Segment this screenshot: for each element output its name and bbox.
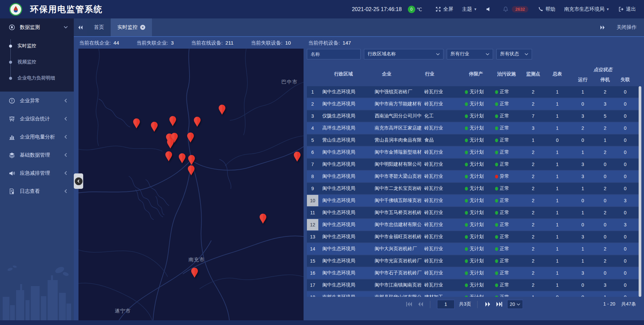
- table-row[interactable]: 11阆中生态环境局阆中市五马桥页岩机砖砖瓦行业无计划正常21120: [307, 207, 641, 218]
- status-select[interactable]: 所有状态: [496, 49, 532, 59]
- sidebar-item-3[interactable]: 企业用电量分析: [0, 128, 74, 146]
- cell-company: 阆中市江南镇阆南页岩: [369, 279, 422, 291]
- speaker-button[interactable]: [486, 6, 491, 12]
- map-pin[interactable]: [169, 116, 177, 126]
- cell-run: 3: [570, 267, 595, 279]
- table-row[interactable]: 13阆中生态环境局阆中市金福旺页岩机砖砖瓦行业无计划正常21300: [307, 231, 641, 242]
- logout-button[interactable]: 退出: [618, 6, 636, 12]
- table-row[interactable]: 17阆中生态环境局阆中市江南镇阆南页岩砖瓦行业无计划正常21030: [307, 279, 641, 291]
- table-row[interactable]: 2阆中生态环境局阆中市南方节能建材有砖瓦行业无计划正常21030: [307, 98, 641, 110]
- sidebar-item-4[interactable]: 基础数据管理: [0, 146, 74, 164]
- collapse-map-panel-button[interactable]: [74, 173, 83, 189]
- cell-meter: 1: [544, 147, 570, 158]
- map-pin[interactable]: [186, 132, 195, 143]
- table-row[interactable]: 7阆中生态环境局阆中明阳建材有限公司砖瓦行业无计划正常21300: [307, 159, 641, 170]
- table-scrollbar[interactable]: [639, 86, 641, 297]
- prev-page-button[interactable]: [417, 302, 424, 307]
- chevron-down-icon: [64, 25, 68, 29]
- app-logo-icon: [9, 3, 22, 16]
- sidebar-subitem[interactable]: 实时监控: [0, 38, 74, 54]
- industry-select[interactable]: 所有行业: [447, 49, 493, 59]
- chevron-left-icon: [75, 177, 83, 185]
- status-dot-green-icon: [495, 271, 498, 275]
- map-panel[interactable]: 巴中市南充市遂宁市: [78, 49, 304, 321]
- map-pin[interactable]: [191, 267, 199, 278]
- table-row[interactable]: 8阆中生态环境局阆中市枣碧大梁山页岩砖瓦行业无计划异常21300: [307, 171, 641, 182]
- col-limit: 停限产: [461, 62, 491, 86]
- cell-lost: 0: [615, 231, 636, 242]
- sidebar-item-0[interactable]: 数据监测: [0, 18, 74, 36]
- temperature-badge: 0: [408, 6, 415, 13]
- cell-meter: 1: [544, 195, 570, 206]
- map-pin[interactable]: [150, 121, 158, 132]
- sidebar-item-5[interactable]: 应急减排管理: [0, 164, 74, 182]
- map-pin[interactable]: [187, 165, 195, 176]
- map-pin[interactable]: [193, 116, 201, 127]
- status-dot-green-icon: [495, 223, 498, 227]
- table-row[interactable]: 5营山生态环境局营山县润丰肉食品有限食品无计划正常10010: [307, 134, 641, 146]
- cell-meter: 1: [544, 231, 570, 242]
- col-index: [307, 62, 318, 86]
- map-pin[interactable]: [293, 151, 301, 162]
- status-dot-green-icon: [495, 283, 498, 287]
- cell-company: 阆中市忠信建材有限公: [369, 219, 422, 230]
- close-operations-button[interactable]: 关闭操作: [616, 24, 637, 31]
- region-select[interactable]: 行政区域名称: [364, 49, 443, 59]
- table-row[interactable]: 12阆中生态环境局阆中市忠信建材有限公砖瓦行业无计划正常21003: [307, 219, 641, 230]
- map-pin[interactable]: [187, 155, 196, 165]
- table-row[interactable]: 6阆中生态环境局阆中市金博瑞新型墙材砖瓦行业无计划正常21120: [307, 147, 641, 158]
- megaphone-icon: [9, 170, 15, 176]
- table-row[interactable]: 10阆中生态环境局阆中千佛镇五郎垭页岩砖瓦行业无计划正常21003: [307, 195, 641, 206]
- map-pin[interactable]: [166, 138, 174, 149]
- cell-meter: 1: [544, 279, 570, 291]
- org-dropdown[interactable]: 南充市生态环境局 ▼: [564, 6, 609, 12]
- sidebar: 数据监测实时监控视频监控企业电力负荷明细企业异常企业综合统计企业用电量分析基础数…: [0, 18, 74, 320]
- close-tab-icon[interactable]: ×: [140, 25, 145, 30]
- first-page-button[interactable]: [406, 302, 413, 307]
- notifications-button[interactable]: 2632: [503, 6, 528, 12]
- last-page-button[interactable]: [496, 302, 502, 307]
- page-size-select[interactable]: 20: [507, 300, 523, 309]
- table-row[interactable]: 4高坪生态环境局南充市高坪区王家店建砖瓦行业无计划正常31220: [307, 122, 641, 134]
- sidebar-item-6[interactable]: 日志查看: [0, 182, 74, 200]
- status-dot-green-icon: [465, 271, 468, 275]
- monitor-panel: 行政区域名称 所有行业 所有状态: [307, 49, 641, 321]
- scroll-tabs-left-button[interactable]: [74, 18, 87, 36]
- cell-run: 0: [570, 291, 595, 297]
- cell-lost: 0: [615, 98, 636, 110]
- map-pin[interactable]: [259, 213, 267, 224]
- table-row[interactable]: 14阆中生态环境局阆中大兴页岩机砖厂砖瓦行业无计划正常21120: [307, 243, 641, 255]
- cell-industry: 砖瓦行业: [422, 231, 461, 242]
- table-row[interactable]: 18南部生态环境局南部县瑞华山河有限公建材加工无计划正常10010: [307, 291, 641, 297]
- sidebar-subitem[interactable]: 企业电力负荷明细: [0, 70, 74, 86]
- fullscreen-button[interactable]: 全屏: [435, 6, 453, 12]
- help-button[interactable]: 帮助: [538, 6, 555, 12]
- name-search-input[interactable]: [307, 49, 361, 59]
- cell-company: 南充市高坪区王家店建: [369, 122, 422, 134]
- tab-0[interactable]: 首页: [87, 18, 111, 36]
- table-row[interactable]: 16阆中生态环境局阆中市石子页岩机砖厂砖瓦行业无计划正常21300: [307, 267, 641, 279]
- map-pin[interactable]: [178, 153, 186, 164]
- page-title: 环保用电监管系统: [30, 4, 103, 15]
- tab-1[interactable]: 实时监控×: [111, 18, 152, 36]
- page-number-input[interactable]: [437, 300, 454, 309]
- double-chevron-right-icon[interactable]: [600, 25, 605, 30]
- sidebar-subitem[interactable]: 视频监控: [0, 54, 74, 70]
- map-pin[interactable]: [218, 104, 226, 115]
- cell-limit: 无计划: [461, 267, 491, 279]
- cell-meter: 1: [544, 98, 570, 110]
- cell-lost: 0: [615, 183, 636, 194]
- sidebar-item-1[interactable]: 企业异常: [0, 92, 74, 110]
- table-row[interactable]: 3仪陇生态环境局西南油气田分公司川中化工无计划正常71350: [307, 110, 641, 122]
- cell-industry: 砖瓦行业: [422, 267, 461, 279]
- cell-company: 南部县瑞华山河有限公: [369, 291, 422, 297]
- next-page-button[interactable]: [484, 302, 491, 307]
- table-row[interactable]: 9阆中生态环境局阆中市二龙长宝页岩砖砖瓦行业无计划正常21120: [307, 183, 641, 194]
- cell-limit: 无计划: [461, 231, 491, 242]
- table-row[interactable]: 15阆中生态环境局阆中市光富页岩机砖厂砖瓦行业无计划正常21120: [307, 255, 641, 267]
- theme-dropdown[interactable]: 主题 ▼: [462, 6, 477, 12]
- map-pin[interactable]: [132, 118, 141, 129]
- table-row[interactable]: 1阆中生态环境局阆中强锐页岩砖厂砖瓦行业无计划正常21120: [307, 86, 641, 98]
- map-pin[interactable]: [165, 151, 173, 162]
- sidebar-item-2[interactable]: 企业综合统计: [0, 110, 74, 128]
